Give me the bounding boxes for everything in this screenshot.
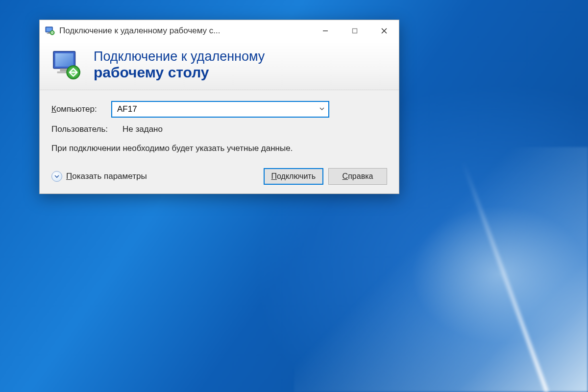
banner-title-line2: рабочему столу	[94, 64, 265, 81]
svg-rect-10	[55, 53, 74, 67]
window-controls	[311, 20, 399, 42]
titlebar[interactable]: Подключение к удаленному рабочему с...	[40, 20, 399, 42]
user-label: Пользователь:	[51, 124, 108, 134]
minimize-button[interactable]	[311, 20, 340, 42]
rdp-app-icon	[45, 25, 55, 36]
computer-input[interactable]	[112, 104, 316, 114]
computer-combobox[interactable]	[111, 101, 329, 118]
user-value: Не задано	[122, 124, 163, 134]
rdp-large-icon	[50, 49, 84, 82]
help-button[interactable]: Справка	[328, 168, 387, 185]
computer-row: Компьютер:	[51, 101, 387, 118]
chevron-down-icon[interactable]	[316, 106, 328, 113]
show-options-toggle[interactable]: Показать параметры	[51, 171, 259, 182]
computer-label: Компьютер:	[51, 104, 104, 114]
close-button[interactable]	[369, 20, 399, 42]
show-options-label: Показать параметры	[66, 172, 147, 181]
dialog-banner: Подключение к удаленному рабочему столу	[40, 42, 399, 90]
user-row: Пользователь: Не задано	[51, 124, 387, 134]
dialog-footer: Показать параметры Подключить Справка	[51, 168, 387, 185]
connect-button[interactable]: Подключить	[264, 168, 323, 185]
expand-down-icon	[51, 171, 62, 182]
banner-title: Подключение к удаленному рабочему столу	[94, 49, 265, 81]
maximize-button[interactable]	[340, 20, 369, 42]
credentials-hint: При подключении необходимо будет указать…	[51, 143, 326, 154]
svg-rect-6	[353, 29, 357, 33]
svg-point-4	[50, 30, 54, 35]
banner-title-line1: Подключение к удаленному	[94, 49, 265, 64]
window-title: Подключение к удаленному рабочему с...	[59, 26, 311, 36]
rdp-dialog-window: Подключение к удаленному рабочему с...	[39, 20, 399, 194]
dialog-body: Компьютер: Пользователь: Не задано При п…	[40, 90, 399, 194]
